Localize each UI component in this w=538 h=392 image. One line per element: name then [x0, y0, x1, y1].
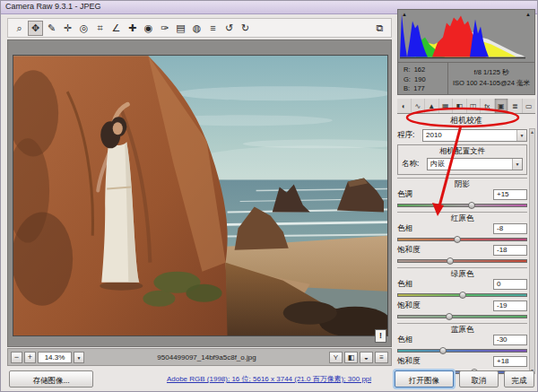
white-balance-tool-icon[interactable]: ✎ — [44, 21, 59, 36]
red-saturation-track — [397, 259, 527, 263]
green-primary-section: 绿原色 色相 0 饱和度 -19 — [397, 267, 527, 320]
adjustment-brush-tool-icon[interactable]: ✑ — [157, 21, 172, 36]
profile-name-select[interactable]: 内嵌 ▼ — [427, 158, 523, 170]
process-row: 程序: 2010 ▼ — [397, 128, 527, 142]
save-image-button[interactable]: 存储图像... — [9, 370, 93, 388]
red-hue-track — [397, 238, 527, 241]
red-hue-slider[interactable] — [397, 235, 527, 243]
red-saturation-value[interactable]: -18 — [493, 245, 527, 256]
processing-warning-icon: ! — [375, 329, 386, 343]
tab-detail[interactable]: ▲ — [425, 99, 439, 113]
tab-effects[interactable]: fx — [481, 99, 495, 113]
zoom-out-button[interactable]: − — [11, 352, 22, 363]
zoom-level-dropdown-icon[interactable]: ▼ — [74, 352, 84, 363]
process-label: 程序: — [397, 130, 422, 141]
blue-hue-thumb[interactable] — [439, 347, 447, 354]
workflow-options-link[interactable]: Adobe RGB (1998); 16 位; 5616 x 3744 (21.… — [134, 374, 404, 384]
highlight-clipping-icon[interactable]: ▲ — [525, 11, 531, 18]
scroll-up-icon[interactable]: ▲ — [530, 129, 534, 135]
r-readout: R: 162 — [404, 65, 447, 75]
histogram-plot — [398, 10, 527, 61]
photo-preview[interactable] — [13, 55, 388, 336]
red-hue-label: 色相 — [397, 223, 412, 234]
zoom-bar: − + 14.3% ▼ 9504499097_14bf9a5c8f_o.jpg … — [7, 348, 392, 366]
tab-presets[interactable]: ≣ — [508, 99, 523, 113]
red-hue-value[interactable]: -8 — [493, 223, 527, 234]
calibration-content: ▲ ▼ 程序: 2010 ▼ 相机配置文件 名称: 内嵌 ▼ 阴影 色调 — [397, 128, 535, 376]
rgb-readout: R: 162 G: 190 B: 177 — [398, 63, 448, 94]
red-saturation-thumb[interactable] — [447, 257, 454, 265]
green-hue-value[interactable]: 0 — [493, 279, 527, 290]
green-primary-title: 绿原色 — [397, 268, 527, 278]
targeted-adjustment-tool-icon[interactable]: ◎ — [76, 21, 91, 36]
graduated-filter-tool-icon[interactable]: ▤ — [173, 21, 188, 36]
blue-hue-slider[interactable] — [397, 346, 527, 354]
photo-scene — [13, 56, 388, 336]
window-title: Camera Raw 9.3.1 - JPEG — [5, 2, 101, 11]
zoom-in-button[interactable]: + — [24, 352, 36, 363]
red-eye-tool-icon[interactable]: ◉ — [141, 21, 156, 36]
process-select[interactable]: 2010 ▼ — [422, 129, 527, 142]
profile-dropdown-icon[interactable]: ▼ — [512, 159, 522, 170]
blue-saturation-label: 饱和度 — [397, 356, 421, 367]
b-readout: B: 177 — [404, 84, 447, 94]
preferences-icon[interactable]: ≡ — [205, 21, 221, 36]
shadow-clipping-icon[interactable]: ▲ — [402, 11, 407, 18]
panel-tabs: ◐ ∿ ▲ ▦ ◧ ◫ fx ▣ ≣ ▭ — [397, 99, 535, 114]
preview-area: ! — [7, 39, 392, 347]
tab-hsl-grayscale[interactable]: ▦ — [439, 99, 454, 113]
red-primary-section: 红原色 色相 -8 饱和度 -18 — [397, 212, 527, 265]
shadows-title: 阴影 — [397, 179, 527, 188]
toolbar: ⌕ ✥ ✎ ✛ ◎ ⌗ ∠ ✚ ◉ ✑ ▤ ◍ ≡ ↺ ↻ ⧉ — [7, 18, 392, 38]
green-hue-slider[interactable] — [397, 291, 527, 299]
rotate-right-icon[interactable]: ↻ — [238, 21, 253, 36]
tab-camera-calibration[interactable]: ▣ — [495, 99, 509, 113]
tab-basic[interactable]: ◐ — [397, 99, 412, 113]
shadow-tint-slider[interactable] — [397, 201, 527, 209]
shadow-tint-label: 色调 — [397, 189, 412, 200]
view-toggle-split-vertical-icon[interactable]: ◧ — [344, 352, 358, 363]
fullscreen-toggle-icon[interactable]: ⧉ — [372, 21, 387, 36]
shadow-tint-thumb[interactable] — [468, 202, 475, 209]
radial-filter-tool-icon[interactable]: ◍ — [189, 21, 204, 36]
zoom-level-value[interactable]: 14.3% — [38, 352, 72, 363]
zoom-tool-icon[interactable]: ⌕ — [12, 21, 27, 36]
blue-saturation-value[interactable]: +18 — [493, 356, 527, 367]
panel-title: 相机校准 — [397, 115, 535, 126]
blue-hue-value[interactable]: -30 — [493, 335, 527, 345]
shadow-tint-row: 色调 +15 — [397, 188, 527, 201]
tab-lens-corrections[interactable]: ◫ — [467, 99, 482, 113]
panel-scrollbar[interactable]: ▲ ▼ — [529, 128, 535, 374]
blue-hue-label: 色相 — [397, 335, 412, 345]
tab-tone-curve[interactable]: ∿ — [412, 99, 426, 113]
red-hue-row: 色相 -8 — [397, 222, 527, 235]
cancel-button[interactable]: 取消 — [459, 370, 499, 388]
blue-primary-section: 蓝原色 色相 -30 饱和度 +18 — [397, 323, 527, 376]
tab-split-toning[interactable]: ◧ — [453, 99, 467, 113]
color-sampler-tool-icon[interactable]: ✛ — [60, 21, 75, 36]
done-button[interactable]: 完成 — [504, 370, 534, 388]
red-saturation-slider[interactable] — [397, 257, 527, 265]
tab-snapshots[interactable]: ▭ — [523, 99, 536, 113]
green-saturation-slider[interactable] — [397, 312, 527, 320]
straighten-tool-icon[interactable]: ∠ — [108, 21, 124, 36]
shadow-tint-value[interactable]: +15 — [493, 189, 527, 200]
green-saturation-thumb[interactable] — [446, 313, 453, 320]
filename-label: 9504499097_14bf9a5c8f_o.jpg — [86, 353, 327, 362]
view-toggle-default-icon[interactable]: Y — [329, 352, 343, 363]
green-saturation-track — [397, 315, 527, 318]
crop-tool-icon[interactable]: ⌗ — [92, 21, 108, 36]
green-hue-thumb[interactable] — [459, 292, 466, 299]
green-saturation-value[interactable]: -19 — [493, 301, 527, 311]
spot-removal-tool-icon[interactable]: ✚ — [125, 21, 140, 36]
view-toggle-swap-icon[interactable]: ≡ — [375, 352, 388, 363]
view-toggle-split-horizontal-icon[interactable]: ◒ — [360, 352, 373, 363]
profile-name-row: 名称: 内嵌 ▼ — [402, 157, 523, 170]
red-hue-thumb[interactable] — [454, 236, 461, 243]
blue-hue-row: 色相 -30 — [397, 334, 527, 346]
hand-tool-icon[interactable]: ✥ — [28, 21, 43, 36]
open-image-button[interactable]: 打开图像 — [395, 370, 454, 388]
process-dropdown-icon[interactable]: ▼ — [516, 130, 526, 141]
rotate-left-icon[interactable]: ↺ — [221, 21, 237, 36]
g-readout: G: 190 — [404, 75, 447, 85]
